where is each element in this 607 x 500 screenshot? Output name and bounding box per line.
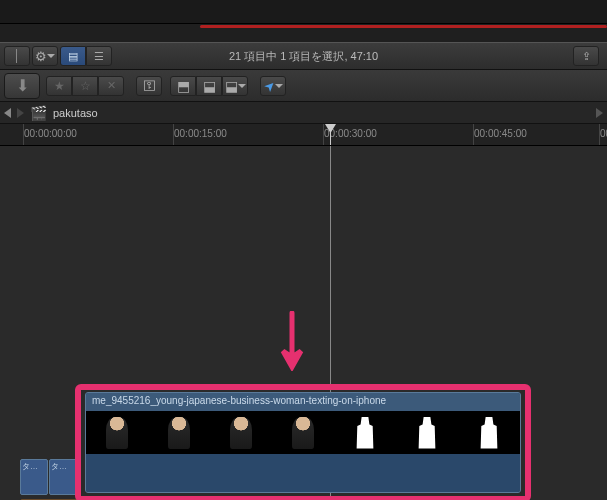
settings-menu-button[interactable] [32, 46, 58, 66]
share-menu-button[interactable]: ⇪ [573, 46, 599, 66]
clapperboard-icon: 🎬 [30, 105, 47, 121]
keyword-button[interactable] [136, 76, 162, 96]
playhead[interactable] [330, 124, 331, 145]
title-clip[interactable]: タ… [49, 459, 77, 495]
chevron-down-icon [47, 54, 55, 62]
append-menu-button[interactable] [222, 76, 248, 96]
toolbar-secondary [0, 70, 607, 102]
ruler-tick: 00:01 [600, 128, 607, 139]
connect-group [170, 76, 248, 96]
toolbar-primary: ▤ ☰ 21 項目中 1 項目を選択, 47:10 ⇪ [0, 42, 607, 70]
split-left-icon [9, 49, 17, 63]
view-mode-group: ▤ ☰ [60, 46, 112, 66]
app-topbar [0, 0, 607, 24]
select-tool-button[interactable] [260, 76, 286, 96]
connect-icon [177, 78, 190, 94]
star-outline-icon [80, 79, 91, 93]
gear-icon [35, 49, 47, 64]
project-name: pakutaso [53, 107, 98, 119]
filmstrip-icon: ▤ [68, 50, 78, 63]
title-clip[interactable]: タ… [20, 459, 48, 495]
time-ruler[interactable]: 00:00:00:00 00:00:15:00 00:00:30:00 00:0… [0, 124, 607, 146]
ruler-tick: 00:00:15:00 [174, 128, 227, 139]
append-icon [225, 78, 238, 94]
favorite-button[interactable] [46, 76, 72, 96]
timeline-nav: 🎬 pakutaso [0, 102, 607, 124]
list-view-button[interactable]: ☰ [86, 46, 112, 66]
import-button[interactable] [4, 73, 40, 99]
reject-button[interactable] [98, 76, 124, 96]
annotation-highlight [75, 384, 531, 500]
timeline-area[interactable]: me_9455216_young-japanese-business-woman… [0, 146, 607, 500]
render-bar [200, 25, 607, 28]
app-subbar [0, 24, 607, 42]
share-icon: ⇪ [582, 50, 591, 63]
pointer-icon [264, 78, 275, 93]
star-filled-icon [54, 79, 65, 93]
ruler-tick: 00:00:45:00 [474, 128, 527, 139]
selection-status: 21 項目中 1 項目を選択, 47:10 [229, 49, 378, 64]
list-icon: ☰ [94, 50, 104, 63]
title-row: タ… タ… [20, 459, 78, 495]
panel-toggle-button[interactable] [4, 46, 30, 66]
unfavorite-button[interactable] [72, 76, 98, 96]
connect-button[interactable] [170, 76, 196, 96]
annotation-arrow [280, 311, 304, 371]
nav-next-button[interactable] [596, 108, 603, 118]
insert-button[interactable] [196, 76, 222, 96]
key-icon [143, 78, 156, 93]
nav-forward-button[interactable] [17, 108, 24, 118]
nav-back-button[interactable] [4, 108, 11, 118]
rating-group [46, 76, 124, 96]
insert-icon [203, 78, 216, 94]
split-right-icon [17, 49, 25, 63]
chevron-down-icon [238, 84, 246, 92]
filmstrip-view-button[interactable]: ▤ [60, 46, 86, 66]
ruler-tick: 00:00:00:00 [24, 128, 77, 139]
down-arrow-icon [16, 76, 29, 95]
x-icon [107, 79, 116, 92]
